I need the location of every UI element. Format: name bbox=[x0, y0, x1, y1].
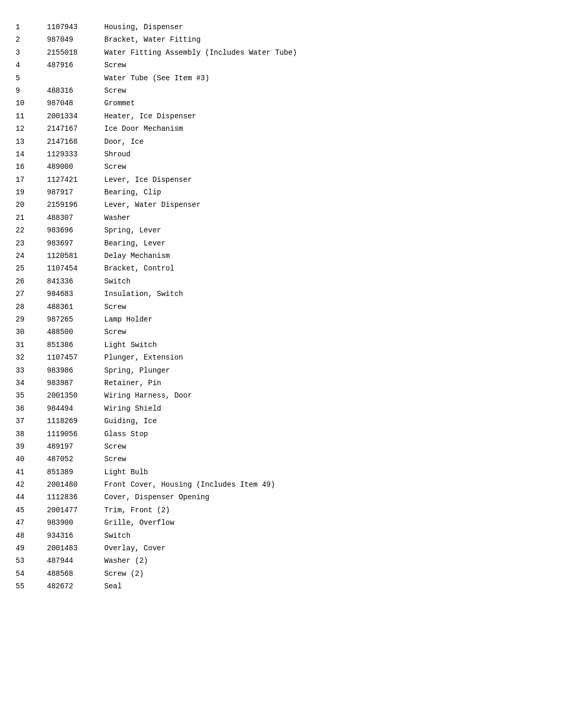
item-number: 55 bbox=[16, 581, 47, 592]
table-row: 9488316Screw bbox=[16, 84, 547, 97]
part-description: Insulation, Switch bbox=[104, 288, 547, 300]
item-number: 5 bbox=[16, 72, 47, 84]
part-description: Screw bbox=[104, 301, 547, 313]
part-number: 2001483 bbox=[47, 542, 104, 554]
item-number: 36 bbox=[16, 403, 47, 414]
part-description: Lever, Ice Dispenser bbox=[104, 174, 547, 186]
part-description: Bracket, Water Fitting bbox=[104, 34, 547, 45]
item-number: 54 bbox=[16, 568, 47, 579]
item-number: 39 bbox=[16, 441, 47, 452]
item-number: 4 bbox=[16, 59, 47, 71]
table-row: 19987917Bearing, Clip bbox=[16, 186, 547, 199]
part-description: Delay Mechanism bbox=[104, 250, 547, 262]
part-number: 983697 bbox=[47, 238, 104, 249]
table-row: 452001477Trim, Front (2) bbox=[16, 504, 547, 516]
table-row: 492001483Overlay, Cover bbox=[16, 542, 547, 554]
part-number: 487944 bbox=[47, 555, 104, 566]
part-number: 488568 bbox=[47, 568, 104, 579]
item-number: 16 bbox=[16, 161, 47, 172]
item-number: 30 bbox=[16, 326, 47, 338]
part-number: 1129333 bbox=[47, 149, 104, 160]
table-row: 10987048Grommet bbox=[16, 97, 547, 109]
part-number: 487916 bbox=[47, 59, 104, 71]
table-row: 251107454Bracket, Control bbox=[16, 262, 547, 275]
part-number: 987048 bbox=[47, 97, 104, 109]
table-row: 48934316Switch bbox=[16, 529, 547, 542]
part-description: Housing, Dispenser bbox=[104, 21, 547, 33]
part-number: 1127421 bbox=[47, 174, 104, 186]
item-number: 48 bbox=[16, 530, 47, 541]
part-number: 2155018 bbox=[47, 47, 104, 58]
table-row: 53487944Washer (2) bbox=[16, 554, 547, 567]
part-description: Heater, Ice Dispenser bbox=[104, 110, 547, 122]
table-row: 40487052Screw bbox=[16, 453, 547, 465]
item-number: 37 bbox=[16, 415, 47, 427]
part-description: Washer bbox=[104, 212, 547, 224]
table-row: 54488568Screw (2) bbox=[16, 567, 547, 580]
part-description: Wiring Harness, Door bbox=[104, 390, 547, 401]
table-row: 39489197Screw bbox=[16, 440, 547, 453]
part-number: 487052 bbox=[47, 453, 104, 465]
item-number: 24 bbox=[16, 250, 47, 262]
item-number: 35 bbox=[16, 390, 47, 401]
item-number: 26 bbox=[16, 276, 47, 287]
part-number: 1112836 bbox=[47, 491, 104, 503]
item-number: 14 bbox=[16, 149, 47, 160]
item-number: 13 bbox=[16, 136, 47, 147]
item-number: 33 bbox=[16, 365, 47, 376]
part-description: Water Fitting Assembly (Includes Water T… bbox=[104, 47, 547, 58]
part-number: 841336 bbox=[47, 276, 104, 287]
table-row: 441112836Cover, Dispenser Opening bbox=[16, 491, 547, 503]
part-description: Screw bbox=[104, 453, 547, 465]
part-number: 851386 bbox=[47, 339, 104, 351]
item-number: 22 bbox=[16, 225, 47, 236]
table-row: 29987265Lamp Holder bbox=[16, 313, 547, 326]
table-row: 28488361Screw bbox=[16, 301, 547, 313]
part-description: Glass Stop bbox=[104, 428, 547, 440]
part-description: Lever, Water Dispenser bbox=[104, 199, 547, 211]
table-row: 202159196Lever, Water Dispenser bbox=[16, 199, 547, 211]
part-number: 489000 bbox=[47, 161, 104, 172]
item-number: 9 bbox=[16, 85, 47, 96]
part-number: 983696 bbox=[47, 225, 104, 236]
part-description: Washer (2) bbox=[104, 555, 547, 566]
table-row: 11107943Housing, Dispenser bbox=[16, 21, 547, 33]
table-row: 31851386Light Switch bbox=[16, 339, 547, 351]
part-description: Seal bbox=[104, 581, 547, 592]
part-number: 2159196 bbox=[47, 199, 104, 211]
part-number: 2147168 bbox=[47, 136, 104, 147]
part-number: 482672 bbox=[47, 581, 104, 592]
part-description: Retainer, Pin bbox=[104, 377, 547, 389]
part-description: Wiring Shield bbox=[104, 403, 547, 414]
part-description: Light Switch bbox=[104, 339, 547, 351]
part-description: Door, Ice bbox=[104, 136, 547, 147]
item-number: 11 bbox=[16, 110, 47, 122]
table-row: 23983697Bearing, Lever bbox=[16, 237, 547, 250]
item-number: 41 bbox=[16, 466, 47, 478]
table-row: 27984683Insulation, Switch bbox=[16, 288, 547, 300]
part-number: 1107454 bbox=[47, 263, 104, 274]
table-row: 381119056Glass Stop bbox=[16, 428, 547, 440]
part-description: Trim, Front (2) bbox=[104, 504, 547, 516]
table-row: 41851389Light Bulb bbox=[16, 466, 547, 478]
table-row: 4487916Screw bbox=[16, 59, 547, 71]
item-number: 20 bbox=[16, 199, 47, 211]
part-description: Switch bbox=[104, 530, 547, 541]
part-description: Shroud bbox=[104, 149, 547, 160]
part-description: Overlay, Cover bbox=[104, 542, 547, 554]
part-description: Screw bbox=[104, 441, 547, 452]
part-description: Spring, Lever bbox=[104, 225, 547, 236]
part-number: 2001480 bbox=[47, 479, 104, 490]
part-number: 1107943 bbox=[47, 21, 104, 33]
part-number: 987917 bbox=[47, 187, 104, 198]
part-number: 489197 bbox=[47, 441, 104, 452]
part-number: 2001477 bbox=[47, 504, 104, 516]
item-number: 31 bbox=[16, 339, 47, 351]
table-row: 5Water Tube (See Item #3) bbox=[16, 72, 547, 84]
part-number: 934316 bbox=[47, 530, 104, 541]
part-number: 987049 bbox=[47, 34, 104, 45]
item-number: 19 bbox=[16, 187, 47, 198]
table-row: 22983696Spring, Lever bbox=[16, 224, 547, 237]
table-row: 122147167Ice Door Mechanism bbox=[16, 122, 547, 135]
item-number: 53 bbox=[16, 555, 47, 566]
